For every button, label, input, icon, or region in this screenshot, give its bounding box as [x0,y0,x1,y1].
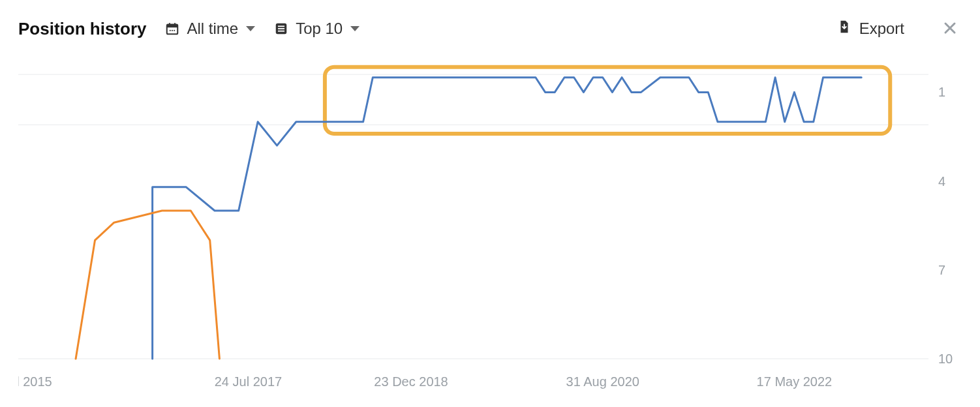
y-axis-tick: 10 [938,352,953,366]
y-axis-tick: 7 [938,263,945,277]
svg-point-6 [174,30,176,31]
x-axis-tick: 17 May 2022 [757,374,833,389]
page-title: Position history [18,19,146,39]
chevron-down-icon [246,26,255,31]
export-button[interactable]: Export [837,20,904,38]
position-history-chart[interactable]: 1471024 Jul 201524 Jul 201723 Dec 201831… [18,52,962,394]
chart-area: 1471024 Jul 201524 Jul 201723 Dec 201831… [18,52,962,394]
close-button[interactable] [938,16,962,42]
position-range-dropdown[interactable]: Top 10 [273,20,360,38]
svg-rect-3 [174,23,176,25]
list-icon [273,21,289,37]
svg-rect-9 [278,28,284,29]
header-bar: Position history All time [18,13,962,44]
svg-rect-2 [169,23,170,25]
y-axis-tick: 1 [938,85,945,99]
x-axis-tick: 23 Dec 2018 [374,374,448,389]
chart-series-orange [76,211,219,359]
svg-point-5 [172,30,173,31]
calendar-icon [164,21,180,37]
x-axis-tick: 24 Jul 2015 [18,374,52,389]
svg-rect-1 [167,25,178,28]
export-label: Export [859,20,904,38]
svg-rect-8 [278,25,284,27]
position-range-label: Top 10 [296,20,343,38]
svg-rect-10 [278,31,284,32]
download-icon [837,20,851,38]
x-axis-tick: 24 Jul 2017 [215,374,282,389]
close-icon [942,20,958,36]
time-range-dropdown[interactable]: All time [164,20,255,38]
chart-series-blue [153,78,862,359]
chevron-down-icon [350,26,360,31]
time-range-label: All time [187,20,238,38]
svg-point-4 [170,30,171,31]
x-axis-tick: 31 Aug 2020 [566,374,639,389]
y-axis-tick: 4 [938,174,945,188]
